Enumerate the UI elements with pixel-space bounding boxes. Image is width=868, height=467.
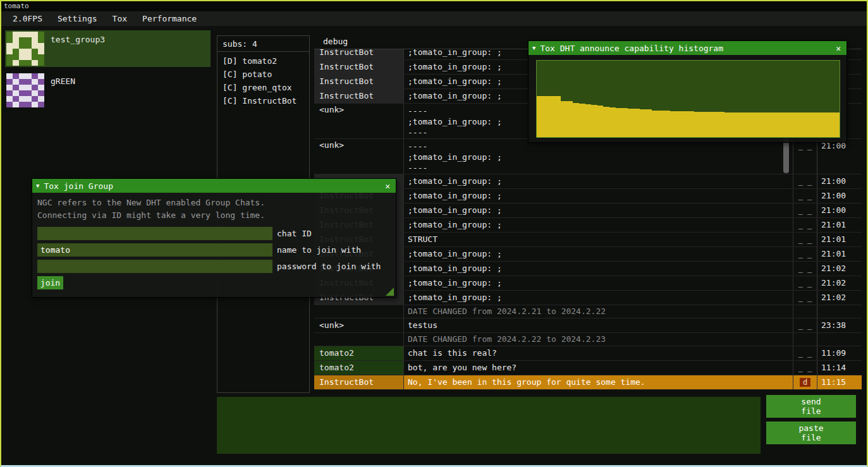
sender-name: InstructBot <box>314 375 404 389</box>
histogram-bar <box>585 104 592 137</box>
timestamp: 21:02 <box>817 276 862 290</box>
histogram-bar <box>718 112 724 137</box>
window-titlebar[interactable]: tomato <box>1 1 867 11</box>
member-item[interactable]: [C] potato <box>217 68 309 81</box>
join-field-row: password to join with <box>37 260 391 273</box>
tab-debug[interactable]: debug <box>314 35 357 47</box>
sender-name <box>314 333 404 346</box>
histogram-bar <box>543 96 549 137</box>
read-marker <box>793 333 817 346</box>
join-close-icon[interactable]: ✕ <box>383 181 392 191</box>
message-text: No, I've been in this group for quite so… <box>404 375 793 389</box>
timestamp <box>817 333 862 346</box>
histogram-bar <box>731 112 737 137</box>
histogram-bar <box>567 101 573 137</box>
sender-name: tomato2 <box>314 346 404 360</box>
join-field-row: tomatoname to join with <box>37 243 391 257</box>
chat-row[interactable]: <unk>---- ;tomato_in_group: ; ----_ _21:… <box>314 139 862 174</box>
histogram-window-body <box>529 55 847 143</box>
field-label: name to join with <box>277 243 361 257</box>
field-label: password to join with <box>277 260 381 273</box>
timestamp: 11:09 <box>817 346 862 360</box>
histogram-bar <box>803 112 809 137</box>
field-label: chat ID <box>277 227 312 240</box>
read-marker: _ _ <box>793 233 817 246</box>
read-marker: _ _ <box>793 346 817 360</box>
timestamp <box>817 305 862 318</box>
histogram-bar <box>573 103 579 137</box>
sender-name: <unk> <box>314 104 404 138</box>
group-avatar <box>6 73 44 107</box>
paste-file-button[interactable]: paste file <box>766 422 856 444</box>
histogram-bar <box>591 105 597 137</box>
group-name: gREEN <box>51 76 75 86</box>
date-separator-row[interactable]: DATE CHANGED from 2024.2.22 to 2024.2.23 <box>314 333 862 346</box>
chat-row[interactable]: tomato2bot, are you new here?_ _11:14 <box>314 361 862 375</box>
timestamp: 21:02 <box>817 262 862 276</box>
histogram-bar <box>628 109 634 137</box>
histogram-bar <box>603 107 609 137</box>
member-item[interactable]: [D] tomato2 <box>217 54 309 68</box>
histogram-bar <box>749 112 755 137</box>
histogram-bar <box>640 109 646 137</box>
histogram-window-titlebar[interactable]: ▼ Tox DHT announce capability histogram … <box>529 41 847 55</box>
group-item-test_group3[interactable]: test_group3 <box>5 30 211 67</box>
histogram-bar <box>664 111 670 137</box>
send-file-button[interactable]: send file <box>766 395 856 418</box>
date-separator-row[interactable]: DATE CHANGED from 2024.2.21 to 2024.2.22 <box>314 305 862 318</box>
message-text: testus <box>404 318 793 332</box>
member-item[interactable]: [C] green_qtox <box>217 81 309 94</box>
histogram-bar <box>767 112 773 137</box>
histogram-bar <box>597 106 604 137</box>
chat-row[interactable]: <unk>testus_ _23:38 <box>314 318 862 333</box>
histogram-bar <box>537 96 543 137</box>
message-text: chat is this real? <box>404 346 793 360</box>
name-to-join-with-input[interactable]: tomato <box>37 243 272 257</box>
histogram-bar <box>737 112 743 137</box>
join-window-titlebar[interactable]: ▼ Tox join Group ✕ <box>32 179 396 193</box>
timestamp: 21:00 <box>817 139 862 174</box>
timestamp: 21:01 <box>817 233 862 246</box>
date-changed-text: DATE CHANGED from 2024.2.21 to 2024.2.22 <box>404 305 793 318</box>
message-text: ---- ;tomato_in_group: ; ---- <box>404 139 793 174</box>
password-to-join-with-input[interactable] <box>37 260 272 273</box>
send-file-label: send file <box>798 397 824 416</box>
histogram-bar <box>694 112 700 137</box>
timestamp: 11:14 <box>817 361 862 375</box>
sender-name: InstructBot <box>314 89 404 103</box>
group-item-gREEN[interactable]: gREEN <box>5 72 211 109</box>
member-item[interactable]: [C] InstructBot <box>217 94 309 107</box>
histogram-bar <box>785 112 792 137</box>
histogram-bar <box>652 111 658 137</box>
histogram-close-icon[interactable]: ✕ <box>834 44 843 53</box>
chat-ID-input[interactable] <box>37 227 272 240</box>
message-text: ;tomato_in_group: ; <box>404 291 793 305</box>
read-marker: _ _ <box>793 276 817 290</box>
join-window-body: NGC refers to the New DHT enabled Group … <box>32 193 396 298</box>
read-marker: d <box>793 375 817 389</box>
chat-row[interactable]: tomato2chat is this real?_ _11:09 <box>314 346 862 361</box>
histogram-bar <box>579 104 585 137</box>
date-changed-text: DATE CHANGED from 2024.2.22 to 2024.2.23 <box>404 333 793 346</box>
read-marker: _ _ <box>793 218 817 232</box>
histogram-bar <box>609 107 616 137</box>
histogram-window-title: Tox DHT announce capability histogram <box>540 44 834 53</box>
menu-item-performance[interactable]: Performance <box>135 11 204 26</box>
menu-item-settings[interactable]: Settings <box>50 11 105 26</box>
collapse-arrow-icon[interactable]: ▼ <box>532 45 535 51</box>
histogram-bar <box>621 108 628 137</box>
histogram-bar <box>809 112 816 137</box>
menu-item-tox[interactable]: Tox <box>105 11 135 26</box>
histogram-bar <box>791 112 797 137</box>
join-button[interactable]: join <box>37 276 63 289</box>
message-text: ;tomato_in_group: ; <box>404 218 793 232</box>
message-text: ;tomato_in_group: ; <box>404 174 793 188</box>
message-input[interactable] <box>217 397 761 454</box>
resize-grip-icon[interactable] <box>386 288 394 296</box>
timestamp: 21:00 <box>817 203 862 217</box>
collapse-arrow-icon[interactable]: ▼ <box>36 183 39 189</box>
histogram-bar <box>549 96 555 137</box>
join-info-line-1: NGC refers to the New DHT enabled Group … <box>37 197 391 209</box>
histogram-bar <box>555 96 561 137</box>
chat-row[interactable]: InstructBotNo, I've been in this group f… <box>314 375 862 390</box>
